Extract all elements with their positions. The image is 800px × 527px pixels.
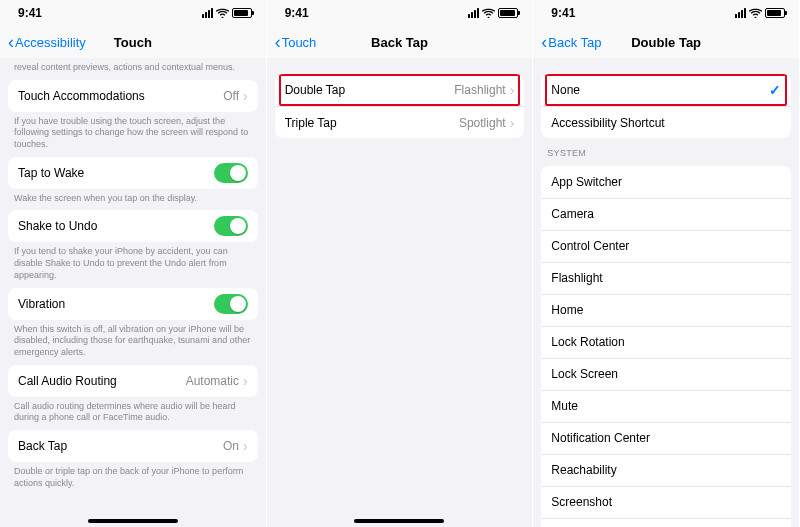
row-value: Spotlight [459, 116, 506, 130]
row-label: Notification Center [551, 431, 650, 445]
row-label: Call Audio Routing [18, 374, 117, 388]
row-vibration[interactable]: Vibration [8, 288, 258, 320]
section-shake-to-undo: Shake to Undo [8, 210, 258, 242]
back-button[interactable]: ‹ Back Tap [541, 33, 601, 51]
row-system-item[interactable]: Control Center [541, 230, 791, 262]
row-label: Double Tap [285, 83, 346, 97]
row-label: Shake to Undo [18, 219, 97, 233]
chevron-left-icon: ‹ [541, 33, 547, 51]
footer-touch-accommodations: If you have trouble using the touch scre… [0, 112, 266, 157]
content: None Accessibility Shortcut SYSTEM App S… [533, 58, 799, 527]
row-system-item[interactable]: Lock Screen [541, 358, 791, 390]
intro-footer: reveal content previews, actions and con… [0, 58, 266, 80]
content: reveal content previews, actions and con… [0, 58, 266, 527]
system-header: SYSTEM [533, 138, 799, 166]
content: Double Tap Flashlight › Triple Tap Spotl… [267, 58, 533, 527]
row-system-item[interactable]: Lock Rotation [541, 326, 791, 358]
panel-back-tap: 9:41 ‹ Touch Back Tap Double Tap Flashli… [267, 0, 534, 527]
chevron-right-icon: › [243, 438, 248, 454]
row-label: Vibration [18, 297, 65, 311]
row-value: On [223, 439, 239, 453]
chevron-right-icon: › [243, 373, 248, 389]
nav-header: ‹ Back Tap Double Tap [533, 26, 799, 58]
row-system-item[interactable]: Mute [541, 390, 791, 422]
row-call-audio-routing[interactable]: Call Audio Routing Automatic › [8, 365, 258, 397]
nav-header: ‹ Accessibility Touch [0, 26, 266, 58]
row-back-tap[interactable]: Back Tap On › [8, 430, 258, 462]
row-system-item[interactable]: Flashlight [541, 262, 791, 294]
footer-vibration: When this switch is off, all vibration o… [0, 320, 266, 365]
status-right [735, 8, 785, 18]
row-system-item[interactable]: Notification Center [541, 422, 791, 454]
row-triple-tap[interactable]: Triple Tap Spotlight › [275, 106, 525, 138]
battery-icon [498, 8, 518, 18]
row-label: Reachability [551, 463, 616, 477]
footer-shake-to-undo: If you tend to shake your iPhone by acci… [0, 242, 266, 287]
back-button[interactable]: ‹ Touch [275, 33, 317, 51]
switch-tap-to-wake[interactable] [214, 163, 248, 183]
row-label: Flashlight [551, 271, 602, 285]
section-tap-options: Double Tap Flashlight › Triple Tap Spotl… [275, 74, 525, 138]
row-value: Off [223, 89, 239, 103]
battery-icon [765, 8, 785, 18]
row-label: Home [551, 303, 583, 317]
panel-touch: 9:41 ‹ Accessibility Touch reveal conten… [0, 0, 267, 527]
section-system: App SwitcherCameraControl CenterFlashlig… [541, 166, 791, 527]
row-accessibility-shortcut[interactable]: Accessibility Shortcut [541, 106, 791, 138]
section-vibration: Vibration [8, 288, 258, 320]
back-button[interactable]: ‹ Accessibility [8, 33, 86, 51]
home-indicator [88, 519, 178, 523]
status-right [468, 8, 518, 18]
row-tap-to-wake[interactable]: Tap to Wake [8, 157, 258, 189]
home-indicator [354, 519, 444, 523]
status-time: 9:41 [285, 6, 309, 20]
row-double-tap[interactable]: Double Tap Flashlight › [275, 74, 525, 106]
row-label: Touch Accommodations [18, 89, 145, 103]
row-system-item[interactable]: Home [541, 294, 791, 326]
row-system-item[interactable]: Screenshot [541, 486, 791, 518]
back-label: Touch [282, 35, 317, 50]
status-right [202, 8, 252, 18]
signal-icon [468, 8, 479, 18]
section-touch-accommodations: Touch Accommodations Off › [8, 80, 258, 112]
row-system-item[interactable]: Shake [541, 518, 791, 527]
row-shake-to-undo[interactable]: Shake to Undo [8, 210, 258, 242]
section-back-tap: Back Tap On › [8, 430, 258, 462]
status-time: 9:41 [551, 6, 575, 20]
chevron-left-icon: ‹ [8, 33, 14, 51]
row-label: None [551, 83, 580, 97]
row-value: Automatic [186, 374, 239, 388]
battery-icon [232, 8, 252, 18]
row-label: Triple Tap [285, 116, 337, 130]
row-label: Back Tap [18, 439, 67, 453]
chevron-right-icon: › [510, 82, 515, 98]
signal-icon [735, 8, 746, 18]
status-time: 9:41 [18, 6, 42, 20]
footer-tap-to-wake: Wake the screen when you tap on the disp… [0, 189, 266, 211]
row-label: Control Center [551, 239, 629, 253]
signal-icon [202, 8, 213, 18]
back-label: Back Tap [548, 35, 601, 50]
row-label: App Switcher [551, 175, 622, 189]
row-label: Mute [551, 399, 578, 413]
row-system-item[interactable]: Reachability [541, 454, 791, 486]
wifi-icon [216, 8, 229, 18]
section-tap-to-wake: Tap to Wake [8, 157, 258, 189]
footer-back-tap: Double or triple tap on the back of your… [0, 462, 266, 495]
nav-header: ‹ Touch Back Tap [267, 26, 533, 58]
status-bar: 9:41 [267, 0, 533, 26]
status-bar: 9:41 [533, 0, 799, 26]
section-none: None Accessibility Shortcut [541, 74, 791, 138]
row-system-item[interactable]: App Switcher [541, 166, 791, 198]
row-label: Tap to Wake [18, 166, 84, 180]
row-value: Flashlight [454, 83, 505, 97]
switch-vibration[interactable] [214, 294, 248, 314]
switch-shake-to-undo[interactable] [214, 216, 248, 236]
section-call-audio-routing: Call Audio Routing Automatic › [8, 365, 258, 397]
row-system-item[interactable]: Camera [541, 198, 791, 230]
row-touch-accommodations[interactable]: Touch Accommodations Off › [8, 80, 258, 112]
row-none[interactable]: None [541, 74, 791, 106]
row-label: Lock Screen [551, 367, 618, 381]
status-bar: 9:41 [0, 0, 266, 26]
row-label: Accessibility Shortcut [551, 116, 664, 130]
